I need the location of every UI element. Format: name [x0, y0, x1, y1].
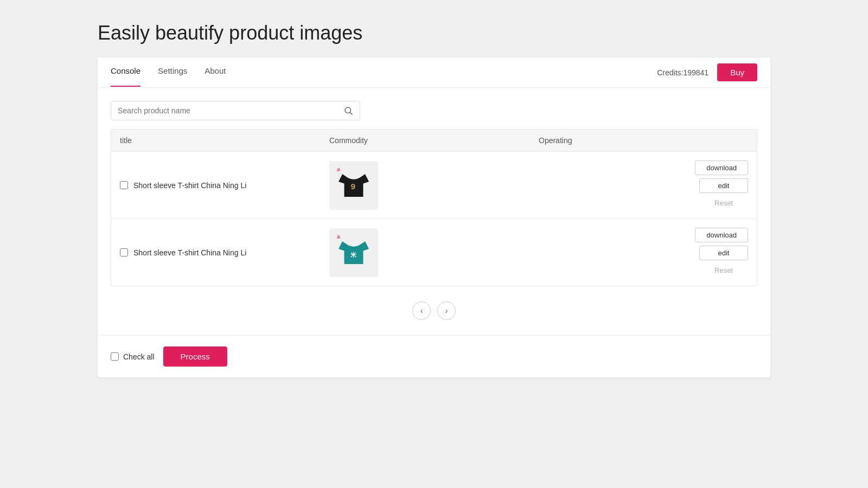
footer-bar: Check all Process	[98, 335, 770, 377]
row-2-product-image: 品 米	[329, 228, 378, 277]
row-1-commodity-cell: 品 9	[329, 161, 539, 210]
process-button[interactable]: Process	[163, 346, 227, 367]
row-2-download-button[interactable]: download	[695, 228, 748, 242]
nav-right: Credits:199841 Buy	[657, 63, 757, 81]
search-input[interactable]	[118, 106, 343, 115]
tab-settings[interactable]: Settings	[158, 57, 187, 88]
tab-console[interactable]: Console	[111, 57, 141, 88]
page-title: Easily beautify product images	[98, 22, 770, 44]
prev-page-button[interactable]: ‹	[412, 301, 431, 320]
nav-bar: Console Settings About Credits:199841 Bu…	[98, 57, 770, 88]
row-2-actions: download edit Reset	[539, 228, 748, 277]
row-2-edit-button[interactable]: edit	[699, 246, 748, 260]
row-2-checkbox[interactable]	[120, 248, 128, 256]
tab-about[interactable]: About	[205, 57, 226, 88]
row-1-reset-button[interactable]: Reset	[699, 196, 748, 210]
check-all-text: Check all	[123, 352, 155, 361]
svg-text:米: 米	[350, 252, 357, 258]
next-page-button[interactable]: ›	[437, 301, 456, 320]
svg-line-1	[350, 112, 352, 114]
row-1-checkbox[interactable]	[120, 181, 128, 189]
row-1-edit-button[interactable]: edit	[699, 178, 748, 193]
svg-text:9: 9	[350, 182, 355, 191]
buy-button[interactable]: Buy	[717, 63, 757, 81]
check-all-checkbox[interactable]	[111, 352, 119, 361]
product-table: title Commodity Operating Short sleeve T…	[111, 129, 757, 286]
svg-text:品: 品	[337, 235, 340, 239]
row-2-reset-button[interactable]: Reset	[699, 264, 748, 277]
col-header-commodity: Commodity	[329, 136, 539, 145]
main-card: Console Settings About Credits:199841 Bu…	[98, 57, 770, 377]
row-1-download-button[interactable]: download	[695, 160, 748, 175]
row-1-actions: download edit Reset	[539, 160, 748, 210]
search-area	[98, 88, 770, 129]
row-1-image-wrapper: 品 9	[329, 161, 539, 210]
check-all-label[interactable]: Check all	[111, 352, 155, 361]
credits-display: Credits:199841	[657, 68, 709, 77]
col-header-operating: Operating	[539, 136, 748, 145]
row-2-title-cell: Short sleeve T-shirt China Ning Li	[120, 248, 329, 257]
table-row: Short sleeve T-shirt China Ning Li 品 9	[111, 152, 757, 219]
nav-tabs: Console Settings About	[111, 57, 657, 88]
row-2-commodity-cell: 品 米	[329, 228, 539, 277]
table-header: title Commodity Operating	[111, 130, 757, 152]
table-row: Short sleeve T-shirt China Ning Li 品 米	[111, 219, 757, 286]
row-2-image-wrapper: 品 米	[329, 228, 539, 277]
pagination: ‹ ›	[98, 286, 770, 335]
search-input-wrapper	[111, 101, 360, 120]
col-header-title: title	[120, 136, 329, 145]
search-icon	[343, 106, 353, 115]
tshirt-black-icon: 品 9	[335, 166, 373, 204]
row-1-title-text: Short sleeve T-shirt China Ning Li	[133, 181, 246, 190]
tshirt-teal-icon: 品 米	[335, 234, 373, 272]
row-1-title-cell: Short sleeve T-shirt China Ning Li	[120, 181, 329, 190]
row-2-title-text: Short sleeve T-shirt China Ning Li	[133, 248, 246, 257]
row-1-product-image: 品 9	[329, 161, 378, 210]
svg-text:品: 品	[337, 168, 340, 171]
svg-point-0	[345, 107, 351, 113]
